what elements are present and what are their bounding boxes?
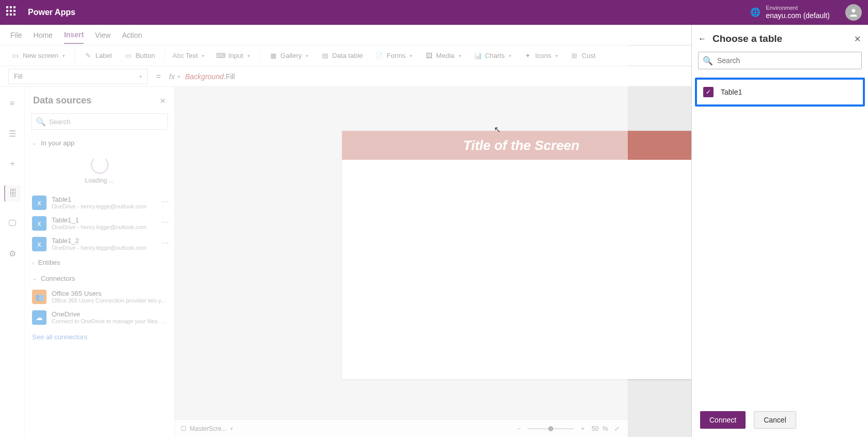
data-table-button[interactable]: ▤Data table bbox=[316, 50, 368, 62]
menu-action[interactable]: Action bbox=[122, 27, 142, 43]
connector-item[interactable]: ☁ OneDrive Connect to OneDrive to manage… bbox=[25, 307, 174, 328]
input-icon: ⌨ bbox=[217, 52, 225, 60]
cancel-button[interactable]: Cancel bbox=[754, 411, 796, 429]
excel-icon: x bbox=[32, 195, 47, 210]
label-button[interactable]: ✎Label bbox=[79, 50, 117, 62]
text-icon: Abc bbox=[174, 52, 182, 60]
fit-screen-button[interactable]: ⤢ bbox=[612, 424, 622, 433]
menu-view[interactable]: View bbox=[95, 27, 111, 43]
zoom-value: 50 bbox=[592, 425, 598, 432]
forms-button[interactable]: 📄Forms▾ bbox=[370, 50, 417, 62]
zoom-slider[interactable] bbox=[528, 428, 574, 429]
search-input-wrap[interactable]: 🔍 bbox=[31, 113, 168, 130]
equals-sign: = bbox=[153, 72, 164, 81]
more-icon[interactable]: ⋯ bbox=[162, 239, 169, 247]
media-button[interactable]: 🖼Media▾ bbox=[420, 50, 466, 62]
datasource-item[interactable]: x Table1_2 OneDrive - henry.legge@outloo… bbox=[25, 234, 174, 254]
choose-table-panel: ← Choose a table ✕ 🔍 ✓ Table1 Connect Ca… bbox=[691, 25, 868, 437]
rail-tree-icon[interactable]: ☰ bbox=[4, 125, 21, 142]
rail-database-icon[interactable]: 🗄 bbox=[4, 185, 21, 202]
chevron-down-icon: ▾ bbox=[230, 426, 233, 431]
see-all-connectors-link[interactable]: See all connectors bbox=[25, 328, 174, 346]
table-option[interactable]: ✓ Table1 bbox=[695, 78, 865, 107]
chevron-down-icon: ▾ bbox=[140, 74, 142, 79]
menu-home[interactable]: Home bbox=[34, 27, 53, 43]
data-sources-panel: Data sources ✕ 🔍 ⌄ In your app Loading .… bbox=[25, 87, 175, 437]
connect-button[interactable]: Connect bbox=[700, 411, 746, 429]
charts-icon: 📊 bbox=[474, 52, 482, 60]
checkbox-icon: ☐ bbox=[181, 425, 187, 432]
screen-selector[interactable]: ☐ MasterScre... ▾ bbox=[181, 425, 233, 432]
rail-hamburger[interactable]: ≡ bbox=[4, 95, 21, 112]
property-dropdown[interactable]: Fill ▾ bbox=[8, 69, 148, 84]
excel-icon: x bbox=[32, 216, 47, 231]
spinner-icon bbox=[91, 156, 109, 174]
svg-point-0 bbox=[852, 9, 856, 12]
status-bar: ☐ MasterScre... ▾ − + 50 % ⤢ bbox=[175, 419, 628, 437]
table-search-input[interactable] bbox=[717, 56, 857, 65]
close-icon[interactable]: ✕ bbox=[854, 34, 861, 44]
office365-icon: 👥 bbox=[32, 290, 47, 304]
rail-media-icon[interactable]: 🖵 bbox=[4, 215, 21, 232]
chevron-down-icon: ▾ bbox=[63, 53, 65, 58]
back-arrow-icon[interactable]: ← bbox=[698, 34, 706, 43]
charts-button[interactable]: 📊Charts▾ bbox=[469, 50, 517, 62]
section-entities[interactable]: › Entities ⋯ bbox=[25, 254, 174, 270]
panel-title: Data sources bbox=[33, 95, 91, 106]
forms-icon: 📄 bbox=[375, 52, 383, 60]
more-icon[interactable]: ⋯ bbox=[162, 198, 169, 206]
chevron-right-icon: › bbox=[32, 260, 34, 266]
percent-sign: % bbox=[602, 425, 608, 432]
zoom-out-button[interactable]: − bbox=[514, 424, 523, 433]
property-value: Fill bbox=[14, 72, 23, 80]
close-icon[interactable]: ✕ bbox=[160, 97, 166, 105]
label-icon: ✎ bbox=[84, 52, 92, 60]
screen-title-bar[interactable]: Title of the Screen bbox=[342, 131, 701, 160]
app-launcher-icon[interactable] bbox=[6, 6, 19, 19]
zoom-in-button[interactable]: + bbox=[578, 424, 587, 433]
environment-picker[interactable]: 🌐 Environment enayu.com (default) bbox=[750, 5, 830, 20]
custom-button[interactable]: ⊞Cust bbox=[565, 50, 601, 62]
chevron-down-icon: ⌄ bbox=[32, 140, 37, 146]
left-rail: ≡ ☰ ＋ 🗄 🖵 ⚙ bbox=[0, 87, 25, 437]
input-button[interactable]: ⌨Input▾ bbox=[212, 50, 255, 62]
environment-value: enayu.com (default) bbox=[766, 11, 830, 20]
app-canvas[interactable]: Title of the Screen bbox=[342, 131, 701, 379]
gallery-icon: ▦ bbox=[269, 52, 277, 60]
more-icon[interactable]: ⋯ bbox=[162, 218, 169, 227]
gallery-button[interactable]: ▦Gallery▾ bbox=[264, 50, 314, 62]
loading-indicator: Loading ... bbox=[25, 151, 174, 192]
environment-label: Environment bbox=[766, 5, 830, 11]
icons-button[interactable]: ✦Icons▾ bbox=[519, 50, 563, 62]
fx-button[interactable]: fx▾ bbox=[169, 72, 180, 81]
excel-icon: x bbox=[32, 237, 47, 251]
text-button[interactable]: AbcText▾ bbox=[169, 50, 210, 62]
menu-insert[interactable]: Insert bbox=[64, 26, 84, 44]
search-input-wrap[interactable]: 🔍 bbox=[698, 52, 862, 69]
media-icon: 🖼 bbox=[425, 52, 433, 60]
connector-item[interactable]: 👥 Office 365 Users Office 365 Users Conn… bbox=[25, 287, 174, 307]
rail-add-icon[interactable]: ＋ bbox=[4, 155, 21, 172]
checkbox-checked-icon[interactable]: ✓ bbox=[703, 87, 714, 97]
button-icon: ▭ bbox=[124, 52, 132, 60]
globe-icon: 🌐 bbox=[750, 7, 761, 17]
rail-settings-icon[interactable]: ⚙ bbox=[4, 245, 21, 262]
search-icon: 🔍 bbox=[36, 117, 46, 127]
datasource-item[interactable]: x Table1_1 OneDrive - henry.legge@outloo… bbox=[25, 213, 174, 234]
table-icon: ▤ bbox=[321, 52, 329, 60]
app-title: Power Apps bbox=[28, 8, 75, 17]
datasource-item[interactable]: x Table1 OneDrive - henry.legge@outlook.… bbox=[25, 192, 174, 213]
icons-icon: ✦ bbox=[524, 52, 532, 60]
user-avatar[interactable] bbox=[845, 4, 862, 21]
formula-input[interactable]: Background.Fill bbox=[185, 72, 235, 81]
section-in-your-app[interactable]: ⌄ In your app bbox=[25, 135, 174, 151]
section-connectors[interactable]: ⌄ Connectors ⋯ bbox=[25, 270, 174, 287]
table-name: Table1 bbox=[721, 88, 742, 96]
button-button[interactable]: ▭Button bbox=[119, 50, 160, 62]
custom-icon: ⊞ bbox=[570, 52, 579, 60]
new-screen-label: New screen bbox=[23, 52, 58, 59]
new-screen-button[interactable]: ▭ New screen ▾ bbox=[6, 50, 70, 62]
menu-file[interactable]: File bbox=[10, 27, 22, 43]
search-input[interactable] bbox=[49, 118, 163, 126]
search-icon: 🔍 bbox=[703, 56, 713, 66]
